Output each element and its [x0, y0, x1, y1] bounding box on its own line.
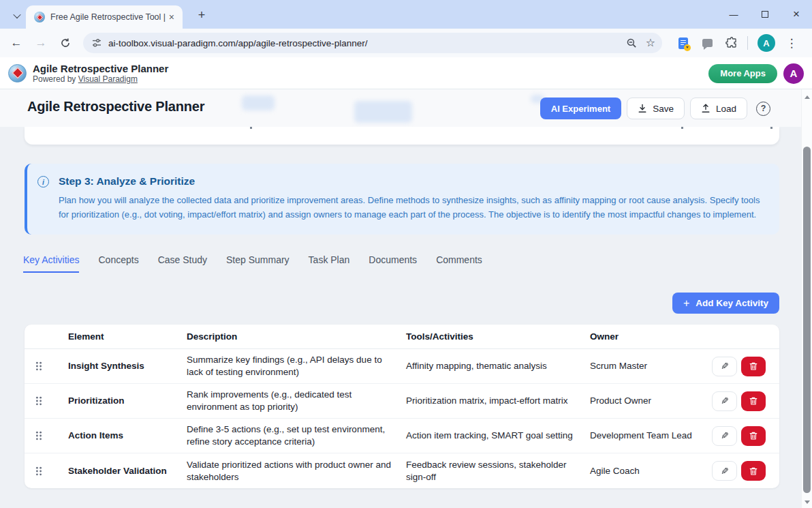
bookmark-star-icon[interactable]: ☆ [646, 38, 655, 48]
col-element: Element [68, 331, 187, 342]
visual-paradigm-link[interactable]: Visual Paradigm [78, 74, 138, 84]
cell-owner: Scrum Master [590, 360, 704, 372]
zoom-out-icon[interactable] [626, 38, 638, 49]
address-bar[interactable]: ai-toolbox.visual-paradigm.com/app/agile… [83, 33, 662, 53]
tab-concepts[interactable]: Concepts [98, 254, 138, 273]
key-activities-table: Element Description Tools/Activities Own… [25, 325, 779, 488]
edit-button[interactable]: ✎ [712, 461, 737, 481]
clipped-text-fragment [770, 127, 772, 129]
drag-handle-icon[interactable] [35, 431, 42, 440]
drag-handle-icon[interactable] [35, 466, 42, 476]
maximize-button[interactable] [749, 0, 781, 29]
tab-search-button[interactable] [8, 8, 26, 23]
clipped-text-fragment [250, 127, 252, 129]
tab-key-activities[interactable]: Key Activities [23, 254, 79, 273]
download-icon [638, 104, 647, 113]
forward-button[interactable]: → [31, 33, 50, 53]
reload-icon [60, 38, 71, 48]
app-logo-icon [8, 64, 27, 83]
browser-window: Free Agile Retrospective Tool | P × + — … [0, 0, 812, 508]
tab-comments[interactable]: Comments [436, 254, 482, 273]
load-button[interactable]: Load [690, 98, 747, 119]
powered-by: Powered by Visual Paradigm [33, 74, 168, 84]
plus-icon: + [683, 298, 689, 309]
favicon-icon [34, 12, 45, 23]
url-text: ai-toolbox.visual-paradigm.com/app/agile… [108, 38, 367, 48]
col-owner: Owner [590, 331, 704, 342]
trash-icon [749, 431, 758, 440]
cell-owner: Development Team Lead [590, 430, 704, 442]
drag-handle-icon[interactable] [35, 396, 42, 406]
back-button[interactable]: ← [7, 33, 26, 53]
edit-button[interactable]: ✎ [712, 391, 737, 411]
toolbar-divider [747, 36, 748, 50]
scroll-up-icon[interactable] [805, 95, 810, 99]
pencil-icon: ✎ [721, 431, 729, 440]
cell-description: Define 3-5 actions (e.g., set up test en… [187, 423, 406, 448]
table-row: Insight Synthesis Summarize key findings… [25, 349, 779, 384]
tab-step-summary[interactable]: Step Summary [226, 254, 290, 273]
cell-tools: Feedback review sessions, stakeholder si… [406, 459, 590, 483]
step-info-box: i Step 3: Analyze & Prioritize Plan how … [25, 164, 779, 235]
docs-offline-icon[interactable] [678, 38, 688, 49]
browser-menu-icon[interactable]: ⋮ [783, 36, 800, 50]
pencil-icon: ✎ [721, 361, 729, 371]
cell-owner: Product Owner [590, 395, 704, 407]
cell-element: Insight Synthesis [68, 360, 187, 372]
clipped-text-fragment [681, 127, 683, 129]
step-title: Step 3: Analyze & Prioritize [59, 175, 768, 188]
cell-tools: Prioritization matrix, impact-effort mat… [406, 395, 590, 407]
delete-button[interactable] [741, 426, 766, 446]
tab-case-study[interactable]: Case Study [158, 254, 207, 273]
ai-experiment-button[interactable]: AI Experiment [540, 98, 621, 119]
trash-icon [749, 361, 758, 371]
delete-button[interactable] [741, 357, 766, 376]
edit-button[interactable]: ✎ [712, 357, 737, 376]
tab-task-plan[interactable]: Task Plan [309, 254, 350, 273]
cell-description: Summarize key findings (e.g., API delays… [187, 354, 406, 378]
page-scrollbar[interactable] [801, 89, 812, 508]
scroll-down-icon[interactable] [805, 500, 810, 504]
chevron-down-icon [13, 11, 20, 18]
app-header: Agile Retrospective Planner Powered by V… [0, 57, 812, 89]
cell-tools: Action item tracking, SMART goal setting [406, 430, 590, 442]
more-apps-button[interactable]: More Apps [708, 64, 777, 83]
info-icon: i [37, 176, 49, 188]
site-settings-icon[interactable] [91, 38, 102, 48]
tab-title: Free Agile Retrospective Tool | P [50, 12, 166, 22]
close-window-button[interactable]: × [781, 0, 812, 29]
new-tab-button[interactable]: + [193, 7, 210, 23]
browser-profile-avatar[interactable]: A [758, 34, 775, 52]
table-row: Action Items Define 3-5 actions (e.g., s… [25, 419, 779, 453]
drag-handle-icon[interactable] [35, 361, 42, 371]
help-button[interactable]: ? [756, 102, 770, 116]
reload-button[interactable] [56, 33, 75, 53]
comment-bubble-icon[interactable] [702, 39, 713, 47]
pencil-icon: ✎ [721, 466, 729, 476]
cell-tools: Affinity mapping, thematic analysis [406, 360, 590, 372]
extensions-puzzle-icon[interactable] [725, 37, 738, 49]
delete-button[interactable] [741, 391, 766, 411]
col-description: Description [187, 331, 406, 342]
cell-owner: Agile Coach [590, 465, 704, 477]
upload-icon [701, 104, 710, 113]
tab-close-icon[interactable]: × [166, 12, 177, 23]
user-avatar[interactable]: A [783, 63, 804, 84]
clipped-card [25, 127, 779, 145]
content-showthrough [354, 101, 412, 123]
delete-button[interactable] [741, 461, 766, 481]
edit-button[interactable]: ✎ [712, 426, 737, 446]
content-showthrough [242, 95, 275, 110]
browser-tab[interactable]: Free Agile Retrospective Tool | P × [26, 5, 183, 29]
trash-icon [749, 466, 758, 476]
col-tools: Tools/Activities [406, 331, 590, 342]
maximize-icon [762, 11, 768, 18]
app-name: Agile Retrospective Planner [33, 63, 168, 74]
main-content: Agile Retrospective Planner AI Experimen… [0, 89, 812, 508]
save-button[interactable]: Save [627, 98, 685, 119]
scrollbar-thumb[interactable] [803, 147, 811, 493]
tab-documents[interactable]: Documents [369, 254, 417, 273]
add-key-activity-button[interactable]: + Add Key Activity [672, 293, 779, 314]
minimize-button[interactable]: — [718, 0, 749, 29]
trash-icon [749, 396, 758, 406]
